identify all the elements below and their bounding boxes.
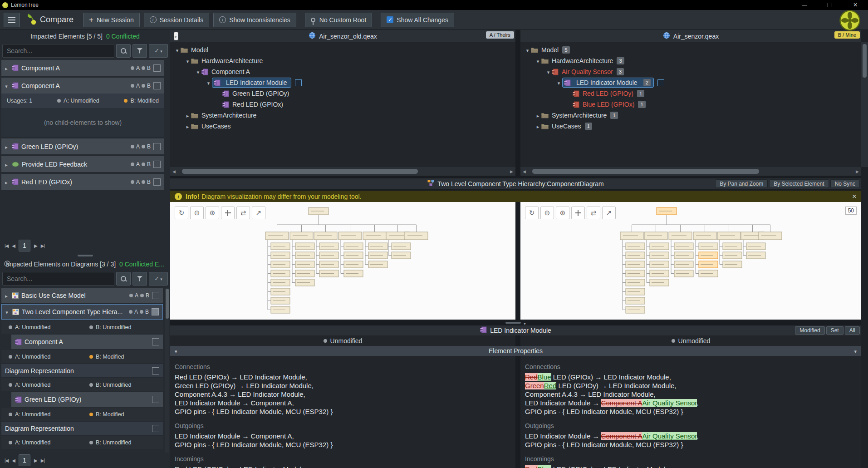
previous-page-button[interactable] [12,458,15,463]
scroll-right-icon[interactable] [853,167,861,176]
impacted-item[interactable]: Provide LED FeedbackAB [1,156,164,172]
zoom-in-icon[interactable] [206,207,219,219]
item-checkbox[interactable] [152,308,159,315]
expander-icon[interactable] [535,112,541,119]
open-external-icon[interactable] [602,207,616,219]
tree-node[interactable]: HardwareArchitecture [170,55,515,66]
tree-node[interactable]: Air Quality Sensor3 [520,66,861,77]
expander-icon[interactable] [524,46,531,54]
expander-icon[interactable] [4,178,9,186]
item-checkbox[interactable] [153,64,161,72]
tree-node[interactable]: UseCases [170,121,515,132]
no-sync-button[interactable]: No Sync [830,179,860,188]
expander-icon[interactable] [184,112,191,119]
scrollbar-thumb[interactable] [863,44,867,78]
impacted-item[interactable]: Component AAB [1,60,164,76]
swap-icon[interactable] [236,207,250,219]
element-properties-bar[interactable]: Element Properties [170,346,861,356]
impacted-item[interactable]: Green LED (GPIOy)AB [1,138,164,154]
item-checkbox[interactable] [153,82,161,89]
close-banner-icon[interactable] [852,192,857,201]
checked-checkbox-icon[interactable] [387,16,393,23]
item-checkbox[interactable] [152,338,159,345]
expander-icon[interactable] [174,46,181,54]
impacted-search-input[interactable] [2,44,114,58]
zoom-in-icon[interactable] [556,207,569,219]
expander-icon[interactable] [4,64,9,72]
model-tree-a[interactable]: ModelHardwareArchitectureComponent ALED … [170,42,515,167]
scrollbar-thumb[interactable] [166,289,169,319]
last-page-button[interactable] [41,243,44,248]
session-details-button[interactable]: Session Details [144,13,210,27]
filter-all-button[interactable]: All [845,326,860,335]
new-session-button[interactable]: New Session [83,13,140,27]
component-hierarchy-diagram-b[interactable] [520,202,861,320]
filter-button[interactable] [132,272,147,286]
tree-node[interactable]: SystemArchitecture [170,110,515,121]
tree-b-hscrollbar[interactable] [520,167,861,176]
refresh-icon[interactable] [175,207,188,219]
tree-node[interactable]: SystemArchitecture1 [520,110,861,121]
tree-node[interactable]: Red LED (GPIOx) [170,99,515,110]
minimize-button[interactable] [792,0,817,10]
collapse-section-icon[interactable] [854,348,857,355]
select-visible-button[interactable] [149,272,168,286]
expander-icon[interactable] [535,57,541,64]
diagram-representation-row[interactable]: Diagram Representation [1,422,163,435]
item-checkbox[interactable] [152,367,159,374]
scroll-right-icon[interactable] [508,167,515,176]
show-inconsistencies-button[interactable]: Show Inconsistencies [213,13,296,27]
scroll-left-icon[interactable] [520,167,528,176]
item-checkbox[interactable] [152,425,159,432]
diagram-item[interactable]: Two Level Component Type Hiera...AB [1,304,163,320]
item-checkbox[interactable] [153,143,161,150]
next-page-button[interactable] [34,243,37,248]
sidebar-splitter[interactable] [0,253,170,258]
expander-icon[interactable] [184,123,191,130]
tree-node[interactable]: UseCases1 [520,121,861,132]
collapse-section-icon[interactable] [175,348,177,355]
swap-icon[interactable] [587,207,600,219]
collapse-tree-icon[interactable] [174,32,178,40]
diagram-canvas-a[interactable] [170,202,515,320]
item-checkbox[interactable] [153,178,161,186]
diagrams-search-input[interactable] [2,272,114,286]
sync-by-pan-zoom-button[interactable]: By Pan and Zoom [715,179,768,188]
expander-icon[interactable] [4,82,9,89]
show-all-changes-toggle[interactable]: Show All Changes [381,13,454,27]
expander-icon[interactable] [545,68,552,75]
maximize-button[interactable] [817,0,843,10]
node-checkbox[interactable] [295,79,302,86]
expander-icon[interactable] [4,143,9,150]
first-page-button[interactable] [5,458,8,463]
diagram-canvas-b[interactable]: 50 [520,202,861,320]
refresh-icon[interactable] [525,207,539,219]
select-visible-button[interactable] [149,44,168,58]
component-hierarchy-diagram-a[interactable] [170,202,515,320]
sync-by-selected-element-button[interactable]: By Selected Element [769,179,829,188]
close-button[interactable] [843,0,868,10]
horizontal-splitter[interactable] [170,320,861,325]
scroll-left-icon[interactable] [170,167,178,176]
diagram-representation-row[interactable]: Diagram Representation [1,364,163,377]
expander-icon[interactable] [4,308,10,315]
diagram-item[interactable]: Basic Use Case ModelAB [1,288,163,303]
impacted-item[interactable]: Red LED (GPIOx)AB [1,174,164,190]
tree-node[interactable]: Red LED (GPIOy)1 [520,88,861,99]
tree-node[interactable]: HardwareArchitecture3 [520,55,861,66]
filter-set-button[interactable]: Set [826,326,843,335]
first-page-button[interactable] [5,243,8,248]
filter-modified-button[interactable]: Modified [795,326,824,335]
zoom-out-icon[interactable] [190,207,204,219]
search-button[interactable] [116,44,131,58]
expander-icon[interactable] [195,68,201,75]
tree-node[interactable]: Blue LED (GPIOx)1 [520,99,861,110]
expander-icon[interactable] [4,161,9,168]
tree-node[interactable]: Component A [170,66,515,77]
filter-button[interactable] [132,44,147,58]
model-tree-b[interactable]: Model5HardwareArchitecture3Air Quality S… [520,42,861,167]
diagram-sub-item[interactable]: Component A [11,335,163,349]
list-scrollbar[interactable] [165,288,169,453]
tree-node[interactable]: LED Indicator Module [170,77,515,88]
menu-button[interactable] [4,13,20,27]
